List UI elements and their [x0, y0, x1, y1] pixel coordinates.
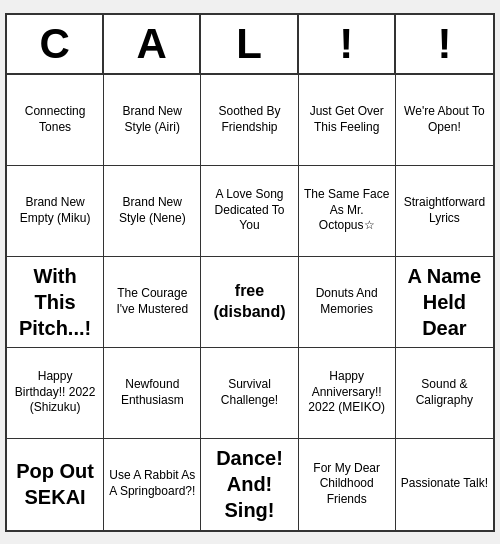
cell-text-0: Connecting Tones	[12, 104, 98, 135]
header-letter-1: A	[104, 15, 201, 73]
bingo-cell-17: Survival Challenge!	[201, 348, 298, 439]
cell-text-21: Use A Rabbit As A Springboard?!	[109, 468, 195, 499]
cell-text-6: Brand New Style (Nene)	[109, 195, 195, 226]
bingo-cell-24: Passionate Talk!	[396, 439, 493, 530]
cell-text-3: Just Get Over This Feeling	[304, 104, 390, 135]
bingo-cell-23: For My Dear Childhood Friends	[299, 439, 396, 530]
bingo-cell-7: A Love Song Dedicated To You	[201, 166, 298, 257]
bingo-cell-5: Brand New Empty (Miku)	[7, 166, 104, 257]
header-letter-3: !	[299, 15, 396, 73]
cell-text-8: The Same Face As Mr. Octopus☆	[304, 187, 390, 234]
cell-text-5: Brand New Empty (Miku)	[12, 195, 98, 226]
cell-text-9: Straightforward Lyrics	[401, 195, 488, 226]
bingo-cell-15: Happy Birthday!! 2022 (Shizuku)	[7, 348, 104, 439]
bingo-cell-6: Brand New Style (Nene)	[104, 166, 201, 257]
bingo-cell-16: Newfound Enthusiasm	[104, 348, 201, 439]
bingo-cell-11: The Courage I've Mustered	[104, 257, 201, 348]
cell-text-18: Happy Anniversary!! 2022 (MEIKO)	[304, 369, 390, 416]
cell-text-23: For My Dear Childhood Friends	[304, 461, 390, 508]
cell-text-13: Donuts And Memories	[304, 286, 390, 317]
cell-text-1: Brand New Style (Airi)	[109, 104, 195, 135]
bingo-cell-9: Straightforward Lyrics	[396, 166, 493, 257]
bingo-grid: Connecting TonesBrand New Style (Airi)So…	[7, 75, 493, 530]
bingo-cell-1: Brand New Style (Airi)	[104, 75, 201, 166]
bingo-cell-13: Donuts And Memories	[299, 257, 396, 348]
cell-text-15: Happy Birthday!! 2022 (Shizuku)	[12, 369, 98, 416]
header-letter-2: L	[201, 15, 298, 73]
bingo-cell-8: The Same Face As Mr. Octopus☆	[299, 166, 396, 257]
cell-text-7: A Love Song Dedicated To You	[206, 187, 292, 234]
cell-text-19: Sound & Caligraphy	[401, 377, 488, 408]
cell-text-2: Soothed By Friendship	[206, 104, 292, 135]
cell-text-16: Newfound Enthusiasm	[109, 377, 195, 408]
cell-text-22: Dance! And! Sing!	[206, 445, 292, 523]
bingo-cell-2: Soothed By Friendship	[201, 75, 298, 166]
cell-text-11: The Courage I've Mustered	[109, 286, 195, 317]
bingo-cell-22: Dance! And! Sing!	[201, 439, 298, 530]
cell-text-14: A Name Held Dear	[401, 263, 488, 341]
cell-text-17: Survival Challenge!	[206, 377, 292, 408]
bingo-cell-20: Pop Out SEKAI	[7, 439, 104, 530]
cell-text-4: We're About To Open!	[401, 104, 488, 135]
header-letter-4: !	[396, 15, 493, 73]
bingo-cell-21: Use A Rabbit As A Springboard?!	[104, 439, 201, 530]
cell-text-10: With This Pitch...!	[12, 263, 98, 341]
cell-text-12: free (disband)	[206, 281, 292, 323]
bingo-card: CAL!! Connecting TonesBrand New Style (A…	[5, 13, 495, 532]
header-letter-0: C	[7, 15, 104, 73]
bingo-cell-12: free (disband)	[201, 257, 298, 348]
bingo-cell-10: With This Pitch...!	[7, 257, 104, 348]
bingo-cell-19: Sound & Caligraphy	[396, 348, 493, 439]
bingo-cell-18: Happy Anniversary!! 2022 (MEIKO)	[299, 348, 396, 439]
bingo-cell-14: A Name Held Dear	[396, 257, 493, 348]
bingo-header: CAL!!	[7, 15, 493, 75]
cell-text-20: Pop Out SEKAI	[12, 458, 98, 510]
bingo-cell-0: Connecting Tones	[7, 75, 104, 166]
bingo-cell-4: We're About To Open!	[396, 75, 493, 166]
cell-text-24: Passionate Talk!	[401, 476, 488, 492]
bingo-cell-3: Just Get Over This Feeling	[299, 75, 396, 166]
